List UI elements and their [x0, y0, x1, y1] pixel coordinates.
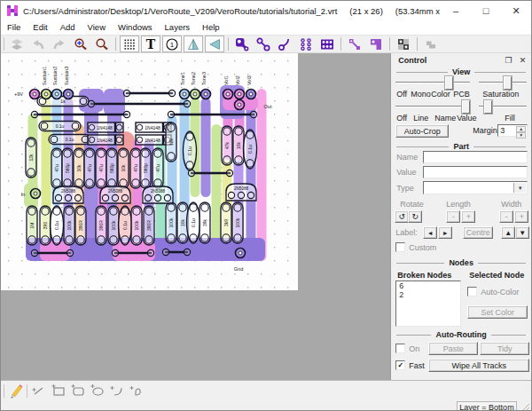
combo-dropdown-icon[interactable]: ▼	[513, 183, 526, 193]
add-line-icon[interactable]	[29, 382, 49, 399]
component-value-label: 0.1u	[66, 137, 74, 142]
flip-icon[interactable]	[205, 36, 224, 52]
auto-crop-button[interactable]: Auto-Crop	[395, 124, 449, 138]
menu-view[interactable]: View	[82, 20, 112, 35]
length-plus-button[interactable]: +	[461, 210, 475, 223]
small-track-icon[interactable]	[345, 36, 364, 52]
custom-checkbox[interactable]: Custom	[395, 242, 436, 252]
curved-track-icon[interactable]	[275, 36, 294, 52]
text-icon[interactable]: T	[141, 36, 160, 52]
resize-grip[interactable]	[520, 402, 531, 411]
fast-checkbox[interactable]: ✓Fast	[395, 360, 425, 370]
add-curve-icon[interactable]	[127, 382, 146, 399]
add-ellipse-icon[interactable]	[88, 382, 107, 399]
copper-track[interactable]	[212, 124, 222, 254]
length-label: Length	[446, 200, 471, 209]
length-minus-button[interactable]: -	[446, 210, 460, 223]
rotate-cw-button[interactable]: ↻	[408, 210, 422, 223]
pencil-icon[interactable]	[6, 382, 26, 399]
component-value-label: 0.1u	[56, 123, 65, 129]
wipe-all-tracks-button[interactable]: Wipe All Tracks	[428, 359, 529, 372]
add-arc-icon[interactable]	[107, 382, 127, 399]
dip-component-icon[interactable]	[296, 36, 316, 52]
float-panel-icon[interactable]: ❐	[503, 55, 514, 66]
pcb-canvas-area[interactable]: 1k0.1u0.1u1N41481N41481N41481N414812k47u…	[1, 53, 391, 380]
component-value-label: 39k	[202, 218, 207, 226]
pcb-board[interactable]: 1k0.1u0.1u1N41481N41481N41481N414812k47u…	[1, 53, 391, 380]
broken-node-item[interactable]: 2	[396, 290, 460, 299]
zoom-in-icon[interactable]	[71, 36, 90, 52]
margin-spinbox[interactable]: 3 ▲▼	[497, 124, 528, 137]
component-value-label: 0.1u	[191, 218, 196, 227]
polygon-icon	[421, 36, 441, 52]
window-title: C:/Users/Administrator/Desktop/1/VeroRou…	[23, 6, 441, 16]
track-icon[interactable]	[254, 36, 273, 52]
set-color-button[interactable]: Set Color	[467, 305, 528, 319]
smd-component-icon[interactable]	[317, 36, 337, 52]
svg-text:1: 1	[170, 41, 175, 49]
margin-up-icon[interactable]: ▲	[516, 126, 526, 132]
zoom-out-icon[interactable]	[92, 36, 112, 52]
title-bar[interactable]: C:/Users/Administrator/Desktop/1/VeroRou…	[1, 1, 531, 20]
maximize-button[interactable]: □	[471, 1, 501, 20]
label-left-button[interactable]: ◄	[423, 226, 437, 239]
copper-track[interactable]	[246, 93, 256, 261]
rotate-ccw-button[interactable]: ↺	[395, 210, 409, 223]
component-value-label: 1N4148	[97, 125, 113, 130]
broken-node-item[interactable]: 6	[396, 281, 460, 290]
saturation-slider[interactable]	[479, 76, 527, 88]
copper-track[interactable]	[201, 98, 211, 197]
selected-node-label: Selected Node	[469, 271, 524, 280]
width-minus-button[interactable]: -	[499, 210, 513, 223]
menu-windows[interactable]: Windows	[112, 20, 159, 35]
component-value-label: 10k	[76, 164, 82, 172]
margin-down-icon[interactable]: ▼	[516, 132, 526, 138]
menu-edit[interactable]: Edit	[27, 20, 53, 35]
component-value-label: 0.1u	[247, 145, 253, 154]
component-value-label: 100k	[111, 220, 116, 230]
control-panel-header[interactable]: Control ❐ ✕	[391, 53, 531, 67]
tidy-button[interactable]: Tidy	[480, 342, 529, 355]
label-right-button[interactable]: ►	[438, 226, 452, 239]
broken-nodes-list[interactable]: 62	[395, 281, 461, 327]
part-value-input[interactable]	[423, 166, 528, 178]
board-pin-label: Sustain2	[52, 67, 58, 85]
label-down-button[interactable]: ▼	[515, 226, 529, 239]
display-color-label: Color	[431, 90, 450, 99]
fill-slider[interactable]	[479, 100, 527, 112]
label-centre-button[interactable]: Centre	[463, 226, 493, 239]
menu-help[interactable]: Help	[196, 20, 226, 35]
close-button[interactable]: ✕	[501, 1, 531, 20]
text-value-label: Value	[457, 114, 476, 123]
component-value-label: 47u	[155, 164, 160, 172]
toolbar-separator	[115, 37, 116, 51]
board-pin-label: Tone3	[201, 72, 207, 85]
part-name-input[interactable]	[423, 151, 528, 163]
grid-icon[interactable]	[120, 36, 139, 52]
add-rounded-rect-icon[interactable]	[68, 382, 88, 399]
small-pad-icon[interactable]	[366, 36, 386, 52]
component-value-label: 1N4148	[97, 138, 113, 143]
add-rect-icon[interactable]	[49, 382, 68, 399]
auto-routing-on-checkbox[interactable]: On	[395, 344, 419, 353]
auto-color-checkbox[interactable]: Auto-Color	[467, 287, 519, 296]
menu-add[interactable]: Add	[54, 20, 82, 35]
component-value-label: 10k	[121, 164, 126, 172]
component-value-label: 10k	[236, 141, 241, 149]
pad-track-icon[interactable]	[232, 36, 252, 52]
minimize-button[interactable]: –	[441, 1, 471, 20]
menu-file[interactable]: File	[1, 20, 27, 35]
close-panel-icon[interactable]: ✕	[517, 55, 528, 66]
copper-track[interactable]	[257, 89, 267, 261]
display-mode-slider[interactable]	[395, 76, 470, 88]
annotation-1-icon[interactable]: 1	[162, 36, 182, 52]
paste-button[interactable]: Paste	[428, 342, 478, 355]
menu-layers[interactable]: Layers	[159, 20, 197, 35]
width-plus-button[interactable]: +	[514, 210, 528, 223]
copper-area[interactable]	[104, 89, 125, 115]
veroboard-pattern-icon[interactable]	[394, 36, 413, 52]
part-type-combobox[interactable]: ▼	[423, 181, 528, 194]
label-up-button[interactable]: ▲	[501, 226, 515, 239]
text-mode-slider[interactable]	[395, 100, 470, 112]
mirror-icon[interactable]	[184, 36, 203, 52]
